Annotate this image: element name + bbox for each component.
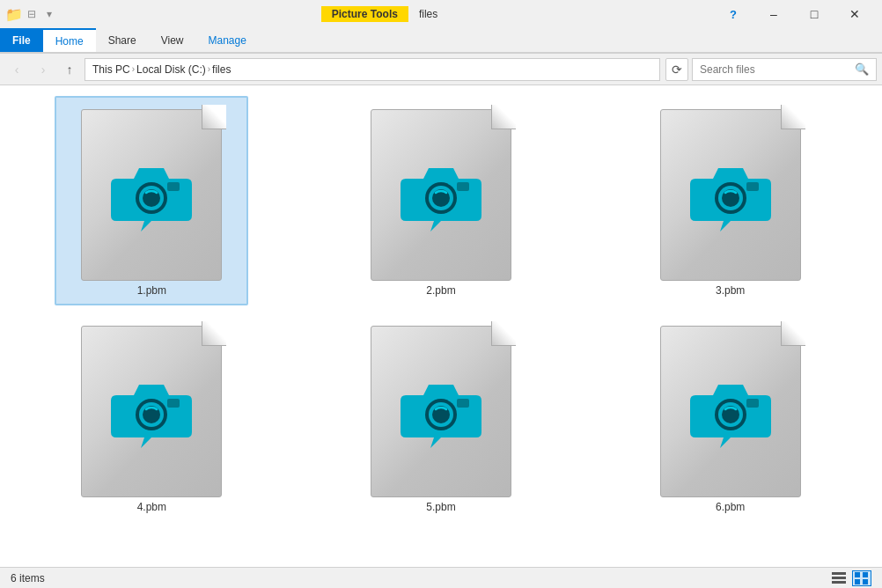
file-item-5[interactable]: 5.pbm: [344, 312, 538, 522]
main-content: 1.pbm: [0, 85, 882, 567]
svg-rect-28: [863, 572, 868, 577]
file-thumbnail-2: [353, 105, 529, 281]
file-item-3[interactable]: 3.pbm: [634, 96, 827, 305]
svg-rect-30: [863, 579, 868, 584]
status-bar: 6 items: [0, 567, 882, 588]
doc-corner-fold: [202, 105, 226, 129]
file-item-2[interactable]: 2.pbm: [344, 96, 538, 305]
svg-rect-7: [457, 182, 469, 191]
file-name-3: 3.pbm: [716, 284, 745, 297]
pbm-icon-3: [656, 105, 805, 281]
file-thumbnail-1: [63, 105, 239, 281]
up-button[interactable]: ↑: [58, 58, 81, 81]
pbm-icon-2: [366, 105, 516, 281]
title-bar: 📁 ⊟ ▾ Picture Tools files ? – □ ✕: [0, 0, 882, 28]
search-input[interactable]: [700, 63, 849, 76]
doc-corner-fold-6: [781, 321, 805, 346]
title-bar-center: Picture Tools files: [56, 6, 713, 22]
camera-svg: [107, 161, 195, 232]
svg-rect-23: [746, 399, 759, 408]
quick-access-pin[interactable]: ▾: [42, 7, 56, 21]
tab-home[interactable]: Home: [43, 28, 96, 52]
view-large-icons-button[interactable]: [852, 570, 871, 586]
quick-access-icon2[interactable]: ⊟: [25, 7, 39, 21]
svg-rect-24: [832, 572, 846, 575]
file-thumbnail-4: [63, 321, 239, 497]
path-local-disk[interactable]: Local Disk (C:): [136, 63, 206, 76]
address-bar: ‹ › ↑ This PC › Local Disk (C:) › files …: [0, 54, 882, 85]
file-name-4: 4.pbm: [137, 501, 166, 513]
path-parts: This PC › Local Disk (C:) › files: [92, 63, 231, 76]
tab-share[interactable]: Share: [96, 28, 149, 52]
path-this-pc[interactable]: This PC: [92, 63, 130, 76]
svg-rect-27: [855, 572, 860, 577]
camera-svg-2: [397, 161, 485, 232]
back-button[interactable]: ‹: [5, 58, 28, 81]
pbm-icon-1: [77, 105, 226, 281]
svg-rect-11: [746, 182, 759, 191]
file-name-6: 6.pbm: [716, 501, 745, 513]
help-button[interactable]: ?: [713, 0, 753, 28]
ribbon: File Home Share View Manage: [0, 28, 882, 54]
quick-access-icon1: 📁: [7, 7, 21, 21]
camera-icon-wrap-4: [107, 378, 195, 448]
camera-svg-5: [397, 378, 485, 448]
close-button[interactable]: ✕: [834, 0, 875, 28]
pbm-icon-5: [366, 321, 516, 497]
pbm-icon-4: [77, 321, 226, 497]
ribbon-tabs: File Home Share View Manage: [0, 28, 882, 53]
pbm-icon-6: [656, 321, 805, 497]
path-sep-1: ›: [132, 64, 135, 74]
files-grid: 1.pbm: [11, 96, 871, 522]
file-thumbnail-6: [643, 321, 819, 497]
doc-corner-fold-2: [491, 105, 516, 129]
search-icon[interactable]: 🔍: [855, 62, 869, 76]
tab-view[interactable]: View: [149, 28, 196, 52]
file-thumbnail-3: [643, 105, 819, 281]
picture-tools-label: Picture Tools: [321, 6, 408, 22]
doc-corner-fold-3: [781, 105, 805, 129]
forward-button[interactable]: ›: [32, 58, 55, 81]
camera-svg-6: [687, 378, 775, 448]
status-item-count: 6 items: [11, 572, 45, 584]
svg-rect-15: [167, 399, 180, 408]
file-item-4[interactable]: 4.pbm: [55, 312, 248, 522]
camera-icon-wrap-5: [397, 378, 485, 448]
search-box[interactable]: 🔍: [692, 58, 877, 81]
title-files-label: files: [408, 6, 448, 22]
status-right: [829, 570, 871, 586]
svg-rect-26: [832, 581, 846, 584]
path-current: files: [212, 63, 231, 76]
camera-icon-wrap-6: [687, 378, 775, 448]
refresh-button[interactable]: ⟳: [665, 58, 688, 81]
view-details-button[interactable]: [829, 570, 849, 586]
svg-rect-29: [855, 579, 860, 584]
file-name-2: 2.pbm: [426, 284, 455, 297]
svg-rect-25: [832, 577, 846, 579]
tab-manage[interactable]: Manage: [196, 28, 259, 52]
path-sep-2: ›: [208, 64, 210, 74]
file-view: 1.pbm: [0, 85, 882, 567]
camera-icon-wrap-3: [687, 161, 775, 232]
doc-corner-fold-5: [491, 321, 516, 346]
title-bar-icons: 📁 ⊟ ▾: [7, 7, 56, 21]
file-name-1: 1.pbm: [137, 284, 166, 297]
file-item-6[interactable]: 6.pbm: [634, 312, 827, 522]
file-name-5: 5.pbm: [426, 501, 455, 513]
doc-corner-fold-4: [202, 321, 226, 346]
camera-svg-4: [107, 378, 195, 448]
camera-icon-wrap: [107, 161, 195, 232]
tab-file[interactable]: File: [0, 28, 43, 52]
file-thumbnail-5: [353, 321, 529, 497]
file-item-1[interactable]: 1.pbm: [55, 96, 248, 305]
minimize-button[interactable]: –: [753, 0, 794, 28]
camera-svg-3: [687, 161, 775, 232]
title-bar-controls: ? – □ ✕: [713, 0, 875, 28]
address-path[interactable]: This PC › Local Disk (C:) › files: [85, 58, 660, 81]
camera-icon-wrap-2: [397, 161, 485, 232]
maximize-button[interactable]: □: [794, 0, 834, 28]
svg-rect-19: [457, 399, 469, 408]
svg-rect-3: [167, 182, 180, 191]
